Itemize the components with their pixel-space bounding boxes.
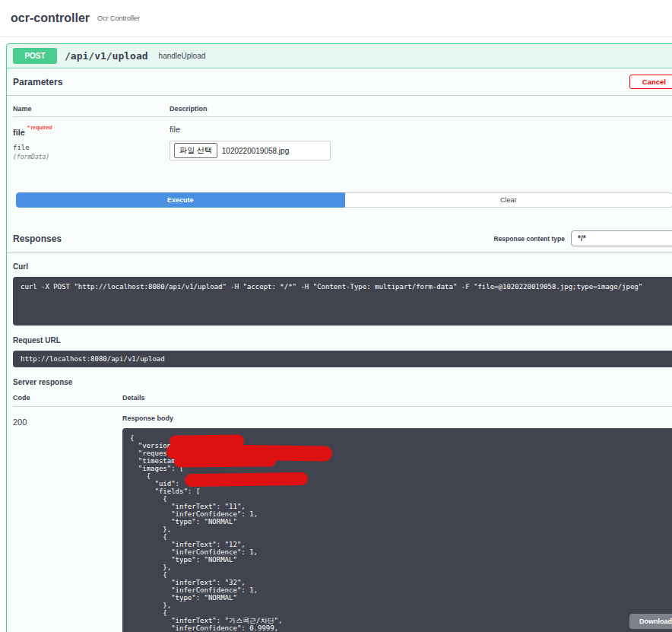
parameters-header: Parameters Cancel — [7, 68, 672, 96]
responses-header: Responses Response content type */* — [7, 224, 672, 253]
file-upload-input[interactable]: 파일 선택 1020220019058.jpg — [170, 141, 331, 160]
parameter-location: (formData) — [13, 154, 170, 160]
curl-command-block[interactable]: curl -X POST "http://localhost:8080/api/… — [13, 277, 672, 326]
opblock-post-upload: POST /api/v1/upload handleUpload Paramet… — [6, 43, 672, 632]
clear-button[interactable]: Clear — [345, 192, 672, 208]
swagger-page: ocr-controller Ocr Controller POST /api/… — [0, 0, 672, 632]
required-marker: * required — [27, 125, 52, 130]
column-header-details: Details — [122, 394, 672, 402]
parameter-row-file: file* required file (formData) file 파일 선… — [13, 117, 672, 177]
column-header-code: Code — [13, 394, 122, 402]
cancel-button[interactable]: Cancel — [629, 75, 672, 89]
opblock-summary[interactable]: POST /api/v1/upload handleUpload — [7, 44, 672, 68]
endpoint-path: /api/v1/upload — [65, 50, 148, 62]
content-type-group: Response content type */* — [493, 230, 672, 246]
response-body-wrapper: { "version": "requestId": "timestamp": "… — [122, 428, 672, 632]
parameters-table-head: Name Description — [13, 96, 672, 117]
parameter-name-cell: file* required file (formData) — [13, 125, 170, 160]
status-code: 200 — [13, 418, 27, 427]
redaction-scribble-uid — [185, 472, 308, 487]
parameter-name: file — [13, 128, 25, 137]
selected-filename: 1020220019058.jpg — [222, 147, 289, 155]
execute-button[interactable]: Execute — [16, 192, 345, 208]
file-select-button[interactable]: 파일 선택 — [174, 143, 217, 158]
parameter-description: file — [170, 125, 672, 134]
controller-title: ocr-controller — [11, 11, 90, 25]
column-header-description: Description — [170, 105, 672, 113]
parameters-table: Name Description file* required file (fo… — [7, 96, 672, 177]
download-button[interactable]: Download — [629, 614, 672, 629]
responses-title: Responses — [13, 233, 62, 244]
responses-body: Curl curl -X POST "http://localhost:8080… — [7, 253, 672, 632]
content-type-select[interactable]: */* — [571, 230, 672, 246]
controller-subtitle: Ocr Controller — [97, 14, 140, 22]
execute-row: Execute Clear — [16, 192, 672, 208]
controller-header: ocr-controller Ocr Controller — [0, 0, 672, 37]
redaction-scribble-timestamp — [174, 456, 276, 468]
server-response-table-head: Code Details — [13, 394, 672, 407]
http-method-badge: POST — [13, 48, 57, 64]
server-response-row: 200 Response body { "version": "requestI… — [13, 407, 672, 632]
curl-label: Curl — [13, 262, 672, 271]
response-body-label: Response body — [122, 414, 672, 422]
parameter-description-cell: file 파일 선택 1020220019058.jpg — [170, 125, 672, 160]
parameter-type: file — [13, 144, 170, 151]
request-url-value: http://localhost:8080/api/v1/upload — [13, 351, 672, 367]
content-type-label: Response content type — [493, 235, 565, 243]
endpoint-summary: handleUpload — [159, 52, 206, 60]
server-response-label: Server response — [13, 378, 672, 386]
column-header-name: Name — [13, 105, 170, 113]
request-url-label: Request URL — [13, 336, 672, 345]
response-details-cell: Response body { "version": "requestId": … — [122, 414, 672, 632]
parameters-title: Parameters — [13, 77, 62, 87]
